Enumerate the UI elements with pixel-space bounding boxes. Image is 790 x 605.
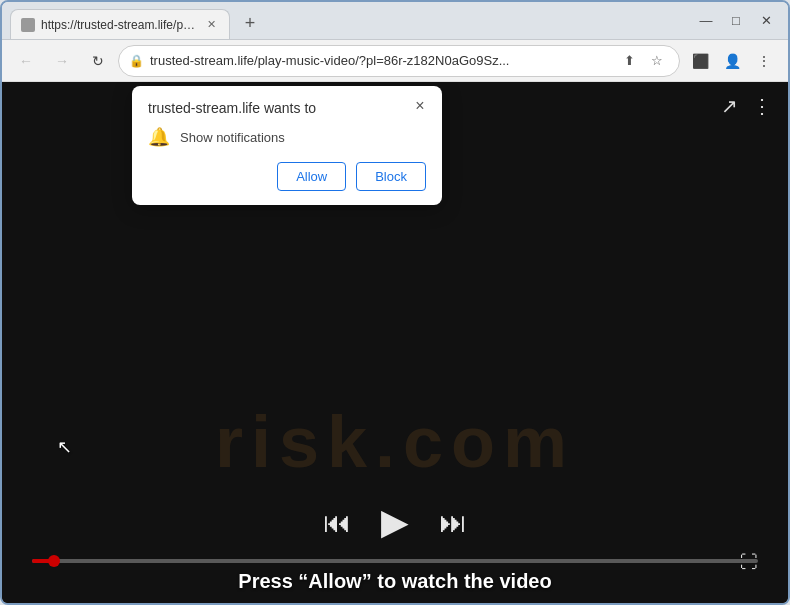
bell-icon: 🔔	[148, 126, 170, 148]
minimize-button[interactable]: —	[692, 10, 720, 32]
page-content: risk.com ↗ ⋮ ⏮ ▶ ⏭	[2, 82, 788, 603]
allow-button[interactable]: Allow	[277, 162, 346, 191]
menu-button[interactable]: ⋮	[748, 45, 780, 77]
profile-button[interactable]: 👤	[716, 45, 748, 77]
nav-tools: ⬛ 👤 ⋮	[684, 45, 780, 77]
notification-popup: × trusted-stream.life wants to 🔔 Show no…	[132, 86, 442, 205]
tab-title: https://trusted-stream.life/play-m...	[41, 18, 197, 32]
title-bar: https://trusted-stream.life/play-m... ✕ …	[2, 2, 788, 40]
press-allow-text: Press “Allow” to watch the video	[238, 570, 551, 593]
next-button[interactable]: ⏭	[439, 506, 467, 539]
new-tab-button[interactable]: +	[236, 9, 264, 37]
reload-button[interactable]: ↻	[82, 45, 114, 77]
popup-title: trusted-stream.life wants to	[148, 100, 426, 116]
video-top-icons: ↗ ⋮	[721, 94, 772, 118]
popup-buttons: Allow Block	[148, 162, 426, 191]
maximize-button[interactable]: □	[722, 10, 750, 32]
share-video-button[interactable]: ↗	[721, 94, 738, 118]
address-bar[interactable]: 🔒 trusted-stream.life/play-music-video/?…	[118, 45, 680, 77]
more-options-button[interactable]: ⋮	[752, 94, 772, 118]
play-button[interactable]: ▶	[381, 501, 409, 543]
tab-strip: https://trusted-stream.life/play-m... ✕ …	[10, 2, 688, 39]
navigation-bar: ← → ↻ 🔒 trusted-stream.life/play-music-v…	[2, 40, 788, 82]
prev-button[interactable]: ⏮	[323, 506, 351, 539]
permission-label: Show notifications	[180, 130, 285, 145]
address-icons: ⬆ ☆	[617, 49, 669, 73]
mouse-cursor: ↖	[57, 436, 72, 458]
video-controls: ⏮ ▶ ⏭	[323, 501, 467, 543]
lock-icon: 🔒	[129, 54, 144, 68]
close-button[interactable]: ✕	[752, 10, 780, 32]
fullscreen-button[interactable]: ⛶	[740, 552, 758, 573]
back-button[interactable]: ←	[10, 45, 42, 77]
block-button[interactable]: Block	[356, 162, 426, 191]
popup-close-button[interactable]: ×	[408, 94, 432, 118]
tab-close-button[interactable]: ✕	[203, 17, 219, 33]
tab-favicon	[21, 18, 35, 32]
window-controls: — □ ✕	[692, 10, 780, 32]
browser-window: https://trusted-stream.life/play-m... ✕ …	[0, 0, 790, 605]
forward-button[interactable]: →	[46, 45, 78, 77]
progress-bar[interactable]	[32, 559, 758, 563]
extensions-button[interactable]: ⬛	[684, 45, 716, 77]
active-tab[interactable]: https://trusted-stream.life/play-m... ✕	[10, 9, 230, 39]
watermark-text: risk.com	[215, 401, 575, 483]
url-text: trusted-stream.life/play-music-video/?pl…	[150, 53, 611, 68]
video-area: risk.com ↗ ⋮ ⏮ ▶ ⏭	[2, 82, 788, 603]
progress-filled	[32, 559, 54, 563]
progress-thumb	[48, 555, 60, 567]
bookmark-icon-button[interactable]: ☆	[645, 49, 669, 73]
popup-permission: 🔔 Show notifications	[148, 126, 426, 148]
share-icon-button[interactable]: ⬆	[617, 49, 641, 73]
